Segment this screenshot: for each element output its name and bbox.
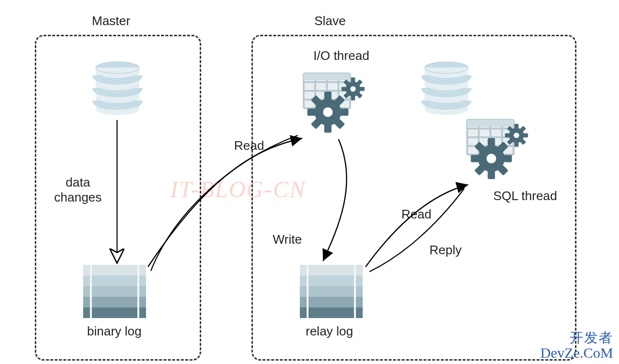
logo-en-pre: DevZe [540,345,580,361]
master-title: Master [92,14,130,29]
data-line1: data [66,175,90,189]
site-logo: 开发者 DevZe.CoM [540,331,613,360]
edge-read2: Read [401,207,431,222]
binary-log-label: binary log [87,324,142,339]
sql-thread-label: SQL thread [493,189,557,204]
edge-write: Write [273,232,302,247]
edge-reply: Reply [429,243,461,258]
slave-title: Slave [314,14,346,29]
io-thread-label: I/O thread [313,48,369,63]
watermark: IT-BLOG-CN [170,176,306,203]
data-changes-label: data changes [54,175,102,205]
edge-read1: Read [234,138,264,153]
logo-cn: 开发者 [540,331,613,345]
relay-log-label: relay log [306,324,353,339]
logo-en-post: CoM [583,345,613,361]
data-line2: changes [54,190,102,204]
